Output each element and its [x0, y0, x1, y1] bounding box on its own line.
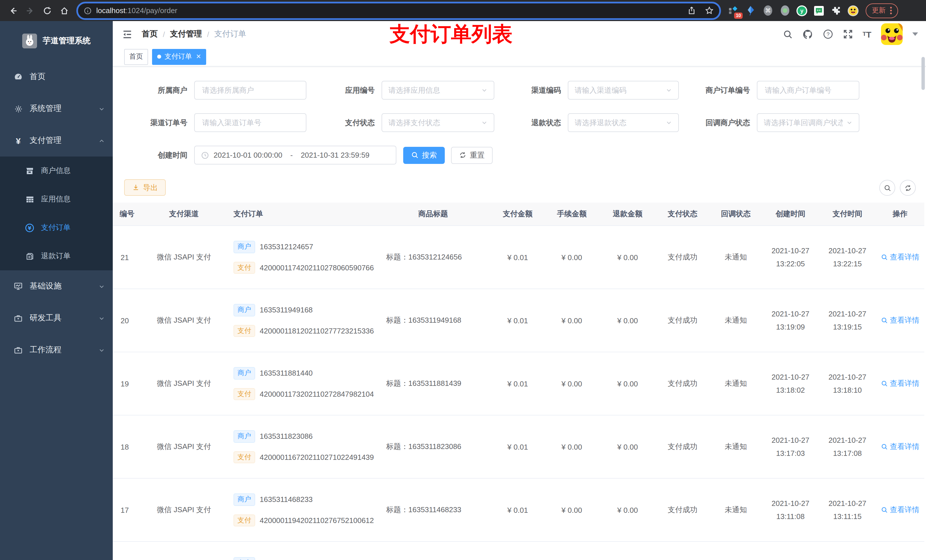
view-detail-link[interactable]: 查看详情 [881, 315, 920, 326]
pay-order-no: 4200001167202110271022491439 [260, 453, 374, 462]
view-detail-link[interactable]: 查看详情 [881, 442, 920, 452]
create-time: 2021-10-2713:11:08 [762, 497, 819, 523]
extension-squares-diamond-icon[interactable]: 10 [728, 5, 739, 16]
page-scrollbar[interactable] [921, 57, 925, 90]
app-title: 芋道管理系统 [43, 36, 91, 46]
pay-order-no: 4200001173202110272847982104 [260, 390, 374, 398]
filter-merchant: 所属商户 [113, 81, 306, 100]
pay-tag: 支付 [233, 388, 255, 400]
filter-label: 商户订单编号 [679, 85, 757, 95]
sidebar-item-system[interactable]: 系统管理 [0, 93, 113, 125]
extension-chat-icon[interactable] [813, 5, 825, 16]
back-icon[interactable] [5, 2, 22, 19]
view-detail-link[interactable]: 查看详情 [881, 379, 920, 389]
fee-amount: ¥ 0.00 [544, 415, 600, 478]
col-header-create-time: 创建时间 [762, 202, 819, 226]
channel-code-select[interactable]: 请输入渠道编码 [568, 81, 679, 100]
pay-status-select[interactable]: 请选择支付状态 [381, 113, 494, 132]
view-detail-link[interactable]: 查看详情 [881, 505, 920, 515]
browser-menu-icon[interactable] [890, 7, 892, 14]
sidebar-item-infrastructure[interactable]: 基础设施 [0, 270, 113, 302]
extension-puzzle-icon[interactable] [830, 5, 842, 16]
url-host: localhost [96, 6, 126, 15]
filter-channel-order-no: 渠道订单号 [113, 113, 306, 132]
chevron-down-icon [666, 119, 672, 126]
chevron-down-icon [481, 87, 487, 93]
home-icon[interactable] [56, 2, 73, 19]
github-icon[interactable] [802, 29, 813, 39]
extension-command-icon[interactable]: ⌘ [762, 5, 773, 16]
tab-pay-order[interactable]: 支付订单 ✕ [152, 49, 206, 65]
create-time: 2021-10-2713:18:02 [762, 370, 819, 397]
search-button[interactable]: 搜索 [403, 146, 445, 164]
forward-icon[interactable] [22, 2, 39, 19]
sidebar-item-home[interactable]: 首页 [0, 61, 113, 93]
document-icon [25, 252, 34, 260]
sidebar-item-app-info[interactable]: 应用信息 [0, 185, 113, 213]
col-header-title: 商品标题 [375, 202, 492, 226]
sidebar-item-merchant-info[interactable]: 商户信息 [0, 157, 113, 185]
breadcrumb-pay-management[interactable]: 支付管理 [170, 29, 202, 39]
avatar-caret-icon[interactable] [912, 32, 918, 36]
close-tab-icon[interactable]: ✕ [196, 53, 201, 60]
refund-status-select[interactable]: 请选择退款状态 [568, 113, 679, 132]
help-icon[interactable]: ? [823, 29, 833, 39]
merchant-order-no-input[interactable] [764, 85, 853, 95]
sidebar: 芋道管理系统 首页 系统管理 [0, 21, 113, 560]
url-bar[interactable]: localhost:1024/pay/order [76, 2, 721, 20]
export-button[interactable]: 导出 [124, 179, 166, 196]
merchant-tag: 商户 [233, 557, 255, 560]
table-row: 20 微信 JSAPI 支付 商户 1635311949168 支付 42000… [113, 289, 924, 352]
filter-label: 回调商户状态 [679, 118, 757, 128]
fullscreen-icon[interactable] [843, 29, 853, 39]
breadcrumb-home[interactable]: 首页 [142, 29, 158, 39]
title-prefix: 标题： [386, 379, 409, 388]
url-path: :1024/pay/order [126, 6, 177, 15]
view-detail-link[interactable]: 查看详情 [881, 252, 920, 263]
create-time: 2021-10-2713:19:09 [762, 307, 819, 334]
reset-button[interactable]: 重置 [451, 146, 493, 164]
app-select[interactable]: 请选择应用信息 [381, 81, 494, 100]
extension-green-dot-icon[interactable] [779, 5, 790, 16]
extension-kite-icon[interactable] [745, 5, 756, 16]
sidebar-item-dev-tools[interactable]: 研发工具 [0, 302, 113, 334]
browser-update-button[interactable]: 更新 [865, 3, 898, 18]
browser-toolbar: localhost:1024/pay/order 10 ⌘ [0, 0, 926, 21]
sidebar-collapse-icon[interactable] [122, 29, 133, 39]
sidebar-item-refund-order[interactable]: 退款订单 [0, 242, 113, 270]
toggle-search-button[interactable] [879, 180, 895, 196]
font-size-icon[interactable]: TT [862, 30, 872, 38]
avatar[interactable] [881, 23, 903, 45]
notify-status: 未通知 [710, 478, 762, 542]
search-icon[interactable] [783, 29, 793, 39]
bookmark-star-icon[interactable] [705, 6, 714, 15]
pay-time: 2021-10-2713:11:15 [819, 497, 876, 523]
date-range-input[interactable]: 2021-10-01 00:00:00 - 2021-10-31 23:59:5… [194, 146, 396, 165]
refresh-button[interactable] [900, 180, 916, 196]
sidebar-item-payment[interactable]: ¥ 支付管理 [0, 125, 113, 157]
clock-icon [201, 151, 209, 159]
share-icon[interactable] [687, 6, 696, 15]
order-id: 20 [121, 316, 129, 325]
pay-tag: 支付 [233, 325, 255, 337]
sidebar-menu: 首页 系统管理 ¥ 支付管理 [0, 61, 113, 366]
channel-order-no-input[interactable] [201, 118, 300, 127]
info-icon[interactable] [84, 6, 92, 15]
col-header-actions: 操作 [876, 202, 924, 226]
extension-badge: 10 [734, 12, 743, 18]
sidebar-item-pay-order[interactable]: ¥ 支付订单 [0, 213, 113, 242]
notify-status-select[interactable]: 请选择订单回调商户状态 [757, 113, 859, 132]
reload-icon[interactable] [39, 2, 56, 19]
chevron-up-icon [98, 137, 105, 144]
tab-home[interactable]: 首页 [124, 49, 148, 65]
magnifier-icon [881, 380, 888, 387]
extension-emoji-icon[interactable] [847, 5, 859, 16]
merchant-input[interactable] [201, 85, 300, 95]
chevron-down-icon [98, 347, 105, 353]
extension-y-icon[interactable]: y [796, 5, 808, 16]
filter-label: 支付状态 [306, 118, 381, 128]
sidebar-item-label: 系统管理 [30, 104, 62, 114]
pay-amount: ¥ 0.01 [492, 478, 544, 542]
pay-channel: 微信 JSAPI 支付 [141, 478, 227, 542]
sidebar-item-workflow[interactable]: 工作流程 [0, 334, 113, 366]
